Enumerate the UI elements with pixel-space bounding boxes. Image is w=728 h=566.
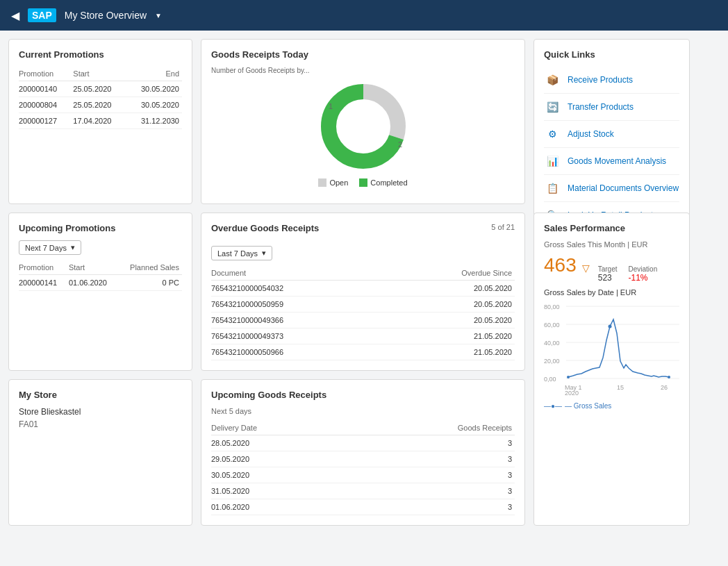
chart-legend: —●— — Gross Sales [544, 402, 679, 410]
svg-text:20,00: 20,00 [544, 358, 560, 365]
promo-start: 25.05.2020 [73, 97, 127, 113]
ov-doc: 76543210000050966 [211, 344, 388, 360]
table-row: 29.05.2020 3 [211, 451, 515, 467]
title-dropdown-icon[interactable]: ▼ [155, 12, 162, 19]
promo-start: 17.04.2020 [73, 113, 127, 129]
donut-label-2: 2 [398, 140, 402, 149]
goods-receipts-title: Goods Receipts Today [211, 49, 515, 60]
ug-date: 29.05.2020 [211, 451, 351, 467]
deviation-label: Deviation [629, 265, 658, 273]
svg-text:15: 15 [617, 384, 624, 391]
quick-link-icon: 📦 [544, 72, 561, 88]
quick-link-label: Adjust Stock [568, 129, 614, 139]
quick-link-label: Material Documents Overview [568, 183, 679, 193]
ov-col-since: Overdue Since [388, 266, 515, 281]
my-store-card: My Store Store Blieskastel FA01 [8, 379, 192, 526]
table-row: 76543210000054032 20.05.2020 [211, 281, 515, 297]
goods-receipts-today-card: Goods Receipts Today Number of Goods Rec… [201, 39, 525, 204]
ov-since: 20.05.2020 [388, 281, 515, 297]
upromo-start: 01.06.2020 [69, 275, 119, 291]
upcoming-promo-dropdown[interactable]: Next 7 Days ▾ [19, 240, 81, 255]
upcoming-goods-title: Upcoming Goods Receipts [211, 390, 515, 400]
quick-link-label: Transfer Products [568, 102, 634, 112]
sales-line [568, 319, 669, 377]
quick-link-item[interactable]: 📦 Receive Products [544, 67, 679, 94]
ug-count: 3 [351, 483, 515, 499]
quick-link-label: Receive Products [568, 75, 633, 85]
svg-text:26: 26 [661, 384, 668, 391]
quick-links-list: 📦 Receive Products 🔄 Transfer Products ⚙… [544, 67, 679, 228]
quick-link-icon: 📊 [544, 153, 561, 169]
sales-targets: Target 523 Deviation -11% [598, 265, 658, 283]
overdue-goods-receipts-card: Overdue Goods Receipts 5 of 21 Last 7 Da… [201, 213, 525, 371]
ov-doc: 76543210000049366 [211, 313, 388, 328]
sales-title: Sales Performance [544, 223, 679, 233]
back-button[interactable]: ◀ [11, 9, 19, 22]
data-point-end [668, 376, 670, 378]
ov-doc: 76543210000049373 [211, 328, 388, 344]
donut-chart-container: 1 2 Open Completed [211, 74, 515, 194]
overdue-dropdown[interactable]: Last 7 Days ▾ [211, 246, 272, 260]
data-point-peak [609, 325, 612, 328]
ug-count: 3 [351, 435, 515, 451]
donut-legend: Open Completed [318, 178, 407, 187]
promo-end: 31.12.2030 [128, 113, 182, 129]
table-row: 01.06.2020 3 [211, 499, 515, 515]
sap-logo: SAP [28, 8, 56, 22]
overdue-dropdown-icon: ▾ [262, 249, 266, 258]
upcoming-promotions-table: Promotion Start Planned Sales 200000141 … [19, 260, 182, 291]
legend-open-label: Open [329, 178, 348, 187]
table-row: 200000140 25.05.2020 30.05.2020 [19, 81, 182, 97]
upromo-id: 200000141 [19, 275, 69, 291]
svg-text:40,00: 40,00 [544, 340, 560, 347]
quick-link-icon: 📋 [544, 180, 561, 197]
upcoming-goods-table: Delivery Date Goods Receipts 28.05.2020 … [211, 421, 515, 515]
svg-text:60,00: 60,00 [544, 322, 560, 328]
sales-performance-card: Sales Performance Gross Sales This Month… [533, 213, 690, 526]
sales-subtitle: Gross Sales This Month | EUR [544, 240, 679, 249]
quick-links-title: Quick Links [544, 49, 679, 60]
current-promotions-card: Current Promotions Promotion Start End 2… [8, 39, 192, 204]
ug-col-count: Goods Receipts [351, 421, 515, 435]
ov-since: 21.05.2020 [388, 328, 515, 344]
table-row: 76543210000050959 20.05.2020 [211, 297, 515, 313]
upromo-planned: 0 PC [119, 275, 182, 291]
quick-link-item[interactable]: 📊 Goods Movement Analysis [544, 148, 679, 175]
promo-id: 200000140 [19, 81, 73, 97]
quick-link-item[interactable]: 📋 Material Documents Overview [544, 175, 679, 202]
quick-link-item[interactable]: 🔄 Transfer Products [544, 94, 679, 121]
ov-since: 20.05.2020 [388, 297, 515, 313]
sales-line-chart: 80,00 60,00 40,00 20,00 0,00 [544, 302, 683, 399]
ug-date: 01.06.2020 [211, 499, 351, 515]
table-row: 76543210000049366 20.05.2020 [211, 313, 515, 328]
legend-open-dot [318, 178, 326, 187]
ov-doc: 76543210000054032 [211, 281, 388, 297]
upcoming-promotions-card: Upcoming Promotions Next 7 Days ▾ Promot… [8, 213, 192, 371]
ov-col-doc: Document [211, 266, 388, 281]
upcoming-goods-subtitle: Next 5 days [211, 407, 515, 415]
ug-date: 30.05.2020 [211, 467, 351, 483]
promo-end: 30.05.2020 [128, 97, 182, 113]
table-row: 76543210000050966 21.05.2020 [211, 344, 515, 360]
ug-col-date: Delivery Date [211, 421, 351, 435]
col-end: End [128, 67, 182, 81]
quick-link-icon: 🔄 [544, 99, 561, 115]
table-row: 200000804 25.05.2020 30.05.2020 [19, 97, 182, 113]
donut-chart: 1 2 [308, 81, 419, 172]
legend-completed-label: Completed [370, 178, 407, 187]
upcoming-promotions-title: Upcoming Promotions [19, 223, 182, 233]
sales-deviation: Deviation -11% [629, 265, 658, 283]
overdue-header: Overdue Goods Receipts 5 of 21 [211, 223, 515, 240]
sales-chart: 80,00 60,00 40,00 20,00 0,00 [544, 302, 679, 399]
data-point [567, 376, 570, 378]
page-title: My Store Overview [65, 10, 147, 21]
overdue-dropdown-label: Last 7 Days [217, 249, 258, 258]
quick-link-label: Goods Movement Analysis [568, 156, 666, 166]
overdue-title: Overdue Goods Receipts [211, 223, 319, 233]
quick-link-item[interactable]: ⚙ Adjust Stock [544, 121, 679, 148]
ov-doc: 76543210000050959 [211, 297, 388, 313]
legend-open: Open [318, 178, 348, 187]
promo-start: 25.05.2020 [73, 81, 127, 97]
ov-since: 21.05.2020 [388, 344, 515, 360]
target-label: Target [598, 265, 618, 273]
